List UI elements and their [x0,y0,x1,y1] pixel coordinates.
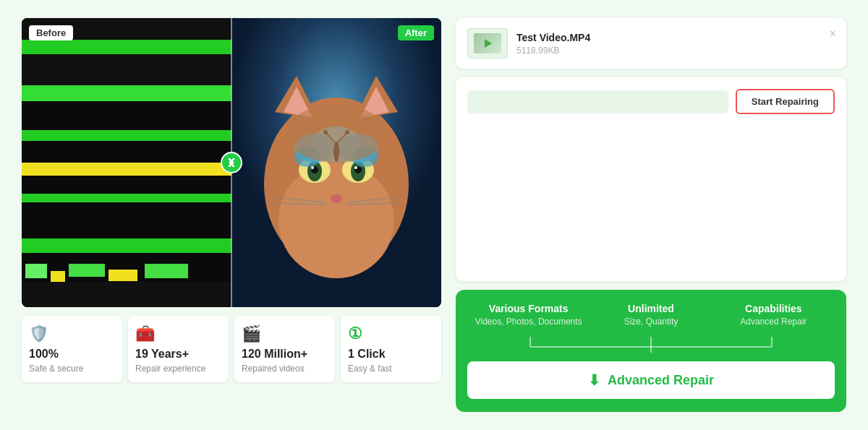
advanced-repair-button[interactable]: ⬇ Advanced Repair [467,361,835,399]
glitch-block-3 [69,264,105,277]
stat-label-safe: Safe & secure [29,364,83,374]
after-section: After [231,18,441,307]
feature-capabilities-title: Capabilities [712,303,835,314]
toolbox-icon: 🧰 [135,324,155,343]
glitch-block-4 [109,270,137,281]
glitch-block-1 [25,264,47,278]
feature-col-formats: Various Formats Videos, Photos, Document… [467,303,590,327]
glitch-stripe-6 [22,101,231,130]
download-icon: ⬇ [588,371,600,389]
glitch-stripe-8 [22,141,231,163]
glitch-stripe-7 [22,130,231,141]
stat-card-safe: 🛡️ 100% Safe & secure [22,316,122,382]
main-container: Before [14,11,854,419]
svg-point-15 [331,194,342,203]
feature-col-capabilities: Capabilities Advanced Repair [712,303,835,327]
feature-capabilities-sub: Advanced Repair [712,317,835,327]
stat-value-click: 1 Click [348,348,386,361]
glitch-stripe-9 [22,163,231,176]
stat-value-safe: 100% [29,348,59,361]
file-thumbnail [467,28,508,59]
right-panel: Test Video.MP4 5118.99KB × Start Repairi… [456,18,846,412]
video-icon: 🎬 [242,324,261,343]
stats-row: 🛡️ 100% Safe & secure 🧰 19 Years+ Repair… [22,316,441,382]
before-after-container: Before [22,18,441,307]
stat-value-videos: 120 Million+ [242,348,307,361]
file-size: 5118.99KB [516,46,835,56]
glitch-stripe-3 [22,54,231,72]
file-thumb-inner [474,33,501,53]
glitch-stripe-2 [22,40,231,54]
stat-label-years: Repair experience [135,364,205,374]
before-label: Before [29,25,73,40]
glitch-stripe-13 [22,238,231,253]
stat-label-click: Easy & fast [348,364,392,374]
feature-columns: Various Formats Videos, Photos, Document… [467,303,835,327]
shield-icon: 🛡️ [29,324,48,343]
feature-col-unlimited: Unlimited Size, Quantity [590,303,712,327]
feature-formats-title: Various Formats [467,303,590,314]
feature-unlimited-sub: Size, Quantity [590,317,712,327]
repair-row: Start Repairing [467,89,835,114]
feature-formats-sub: Videos, Photos, Documents [467,317,590,327]
stat-card-years: 🧰 19 Years+ Repair experience [128,316,229,382]
feature-unlimited-title: Unlimited [590,303,712,314]
file-info: Test Video.MP4 5118.99KB [516,32,835,56]
divider-arrow [221,152,242,173]
stat-card-click: ① 1 Click Easy & fast [341,316,441,382]
start-repairing-button[interactable]: Start Repairing [736,89,835,114]
stat-value-years: 19 Years+ [135,348,189,361]
left-panel: Before [22,18,441,412]
glitch-stripe-4 [22,72,231,85]
bracket-svg [467,337,835,353]
svg-point-2 [278,163,394,278]
svg-point-30 [286,105,387,163]
glitch-stripe-12 [22,202,231,238]
svg-point-13 [311,166,314,169]
glitch-stripe-14 [22,253,231,264]
glitch-stripe-11 [22,194,231,202]
cat-image [231,18,441,307]
stat-label-videos: Repaired videos [242,364,305,374]
progress-area: Start Repairing [456,77,846,281]
play-icon [485,39,492,48]
before-section: Before [22,18,231,307]
glitch-block-5 [145,264,188,278]
progress-bar [467,90,728,113]
glitch-stripe-10 [22,176,231,194]
click-icon: ① [348,324,362,343]
file-card: Test Video.MP4 5118.99KB × [456,18,846,69]
after-label: After [398,25,434,40]
advanced-repair-label: Advanced Repair [608,373,714,388]
feature-panel: Various Formats Videos, Photos, Document… [456,290,846,412]
stat-card-videos: 🎬 120 Million+ Repaired videos [234,316,335,382]
file-name: Test Video.MP4 [516,32,835,43]
glitch-block-2 [51,271,65,282]
close-button[interactable]: × [830,28,836,40]
glitch-stripe-5 [22,85,231,101]
svg-point-14 [354,166,357,169]
